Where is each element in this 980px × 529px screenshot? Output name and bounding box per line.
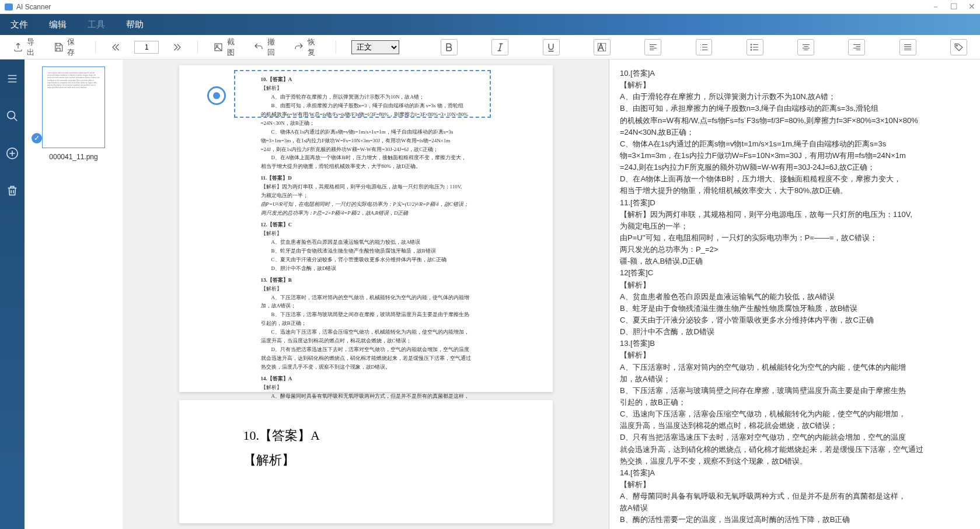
close-button[interactable]: ✕ <box>968 2 975 12</box>
doc-line: 热交换，温度几乎不变，观察不到这个现象，故D错误。 <box>261 363 512 372</box>
list-bullet-button[interactable] <box>747 39 763 55</box>
doc-line: =24N<30N，故B正确； <box>261 120 512 128</box>
q14-head: 14.【答案】A <box>261 375 512 383</box>
bold-button[interactable] <box>441 39 458 55</box>
export-icon <box>13 41 23 53</box>
menu-tools[interactable]: 工具 <box>88 19 105 30</box>
menubar: 文件 编辑 工具 帮助 <box>0 14 980 35</box>
doc-line: 加，故A错误； <box>261 302 512 310</box>
sidebar <box>0 59 25 529</box>
svg-point-6 <box>956 44 957 45</box>
page-thumbnail[interactable]: Lorem ipsum dolor sit amet consectetur a… <box>42 66 105 148</box>
redo-label: 恢复 <box>308 37 321 58</box>
ocr-text-pane[interactable]: 10.[答案]A 【解析】 A、由于滑轮存在摩擦力，所以弹簧测力计示数不为10N… <box>609 59 980 529</box>
doc-line: D、胆汁中不含酶，故D错误 <box>261 265 512 273</box>
q12-head: 12.【答案】C <box>261 221 512 229</box>
doc-line: 【解析】因为两灯串联，其规格相同，则平分电源电压，故每一只灯所的电压为：110V… <box>261 183 512 191</box>
doc-line: 为额定电压的一半； <box>261 192 512 200</box>
titlebar: AI Scanner － ☐ ✕ <box>0 0 980 14</box>
svg-point-5 <box>751 49 752 50</box>
align-left-button[interactable] <box>644 39 661 55</box>
selection-handle-icon[interactable] <box>207 86 226 105</box>
doc-line: 两只发光的总功率为：P总=2×P额/4=P额/2，故A,B错误，D正确 <box>261 209 512 218</box>
doc-line: D、在A物体上面再放一个物体B时，压力增大，接触面粗糙程度不变，摩擦力变大， <box>261 154 512 162</box>
doc-line: 【解析】 <box>261 230 512 238</box>
doc-line: 就会迅速升高，达到硝化棉的燃烧点，硝化棉才能燃烧起来，若是缓慢压下活塞，空气通过 <box>261 355 512 363</box>
doc-line: D、只有当把活塞迅速压下去时，活塞对空气做功，空气的内能就会增加，空气的温度 <box>261 346 512 354</box>
toolbar: 导出 保存 截图 撤回 恢复 正文 <box>0 35 980 59</box>
window-title: AI Scanner <box>16 3 932 11</box>
page-number-input[interactable] <box>134 41 159 54</box>
svg-point-3 <box>751 44 752 45</box>
paragraph-style-select[interactable]: 正文 <box>351 40 399 54</box>
undo-button[interactable]: 撤回 <box>253 37 281 58</box>
doc-line: B、由图可知，承担摩擦力的绳子股数n=3，绳子自由端移动的距离 s=3s 物，滑… <box>261 102 512 110</box>
underline-button[interactable] <box>543 39 560 55</box>
save-label: 保存 <box>67 37 81 58</box>
toolbar-separator <box>95 41 96 54</box>
doc-line: B、下压活塞，活塞与玻璃筒壁之间存在摩擦，玻璃筒壁温度升高主要是由于摩擦生热 <box>261 311 512 319</box>
doc-line: A、酵母菌同时具备有氧呼吸和无氧呼吸两种方式，但是并不是所有的真菌都是这样， <box>261 393 512 401</box>
svg-point-4 <box>751 47 752 48</box>
q11-head: 11.【答案】D <box>261 174 512 183</box>
italic-button[interactable] <box>491 39 508 55</box>
toolbar-separator <box>336 41 336 54</box>
undo-label: 撤回 <box>267 37 281 58</box>
export-label: 导出 <box>27 37 40 58</box>
thumbnail-panel: Lorem ipsum dolor sit amet consectetur a… <box>25 59 123 529</box>
doc-line: 【解析】 <box>261 285 512 293</box>
prev-page-button[interactable] <box>111 41 121 53</box>
doc-line: B、蛀牙是由于食物残渣滋生微生物产生酸性物质腐蚀牙釉质，故B错误 <box>261 247 512 255</box>
doc-line: C、夏天由于汗液分泌较多，肾小管重吸收更多水分维持体内平衡，故C正确 <box>261 256 512 264</box>
app-icon <box>5 3 13 10</box>
doc-line: 【解析】 <box>261 384 512 392</box>
doc-line: C、迅速向下压活塞，活塞会压缩空气做功，机械能转化为内能，使空气的内能增加， <box>261 328 512 337</box>
document-page-2[interactable]: 10.【答案】A 【解析】 <box>179 400 553 523</box>
sidebar-menu-button[interactable] <box>5 71 20 86</box>
align-right-button[interactable] <box>848 39 865 55</box>
align-justify-button[interactable] <box>899 39 916 55</box>
doc-line: 相当于增大提升的物重，滑轮组机械效率变大，大于80%，故D正确。 <box>261 163 512 171</box>
document-pane[interactable]: 10.【答案】A 【解析】 A、由于滑轮存在摩擦力，所以弹簧测力计示数不为10N… <box>123 59 609 529</box>
q10-jiexi: 【解析】 <box>261 85 512 93</box>
q13-head: 13.【答案】B <box>261 276 512 285</box>
doc-line: 由P=U²/R可知，在电阻相同时，一只灯的实际电功率为：P实=(U/2)²/R=… <box>261 201 512 209</box>
doc-line: A、下压活塞时，活塞对筒内的空气做功，机械能转化为空气的内能，使气体的内能增 <box>261 294 512 302</box>
minimize-button[interactable]: － <box>932 2 940 12</box>
font-button[interactable] <box>594 39 611 55</box>
undo-icon <box>253 41 264 53</box>
redo-button[interactable]: 恢复 <box>294 37 321 58</box>
doc-line: 物=3×1m=3m，在1s内拉力F做功W=Fs=10N×3m=30J，有用功W有… <box>261 137 512 145</box>
toolbar-separator <box>197 41 198 54</box>
doc-line: 引起的，故B正确； <box>261 320 512 328</box>
crop-button[interactable]: 截图 <box>213 37 240 58</box>
list-ordered-button[interactable] <box>696 39 713 55</box>
doc-line: =24J，则在1s内拉力F所克服的额外功W额=W-W有用=30J-24J=6J，… <box>261 146 512 154</box>
doc-line: A、由于滑轮存在摩擦力，所以弹簧测力计示数不为10N，故A错； <box>261 93 512 101</box>
thumbnail-filename: 000041_11.png <box>49 153 97 161</box>
export-button[interactable]: 导出 <box>13 37 40 58</box>
menu-edit[interactable]: 编辑 <box>49 19 67 30</box>
menu-help[interactable]: 帮助 <box>126 19 144 30</box>
save-icon <box>53 41 64 53</box>
next-page-button[interactable] <box>172 41 182 53</box>
tag-button[interactable] <box>950 39 967 55</box>
page2-line1: 10.【答案】A <box>243 423 512 448</box>
page2-line2: 【解析】 <box>243 448 512 472</box>
crop-icon <box>213 41 224 53</box>
maximize-button[interactable]: ☐ <box>950 2 958 12</box>
crop-label: 截图 <box>227 37 240 58</box>
align-center-button[interactable] <box>797 39 814 55</box>
thumbnail-selected-icon: ✓ <box>32 133 42 143</box>
doc-line: 温度升高，当温度达到棉花的燃点时，棉花就会燃烧，故C错误； <box>261 337 512 345</box>
sidebar-delete-button[interactable] <box>5 183 20 198</box>
q10-head: 10.【答案】A <box>261 76 512 84</box>
doc-line: C、物体A在1s内通过的距离s物=v物t=1m/s×1s=1m，绳子自由端移动的… <box>261 128 512 136</box>
menu-file[interactable]: 文件 <box>11 19 28 30</box>
sidebar-search-button[interactable] <box>5 108 20 124</box>
sidebar-add-button[interactable] <box>5 146 20 161</box>
doc-line: 的机械效率η=W有用/W总=fs物/Fs=fs物/F3s物=f/3F=80%，则… <box>261 111 512 119</box>
document-page-1[interactable]: 10.【答案】A 【解析】 A、由于滑轮存在摩擦力，所以弹簧测力计示数不为10N… <box>179 65 553 392</box>
save-button[interactable]: 保存 <box>53 37 81 58</box>
doc-line: A、贫血患者脸色苍白原因是血液运输氧气的能力较低，故A错误 <box>261 239 512 247</box>
